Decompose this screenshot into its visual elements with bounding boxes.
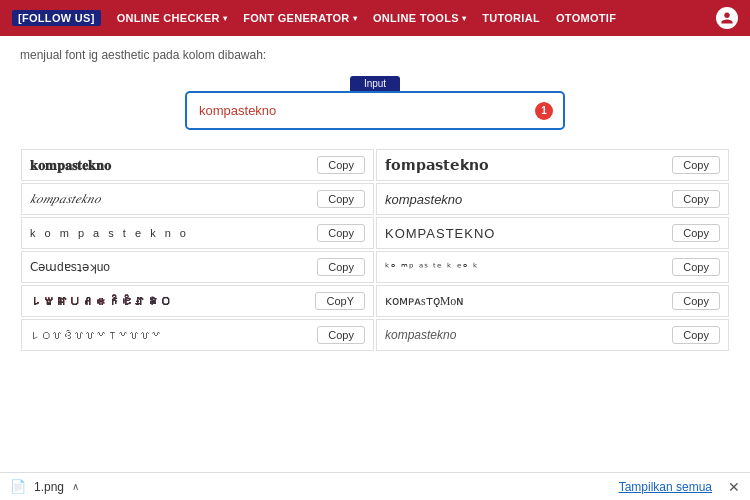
font-row: kompastekno Copy [376, 183, 729, 215]
font-row: 𝗳𝗼𝗺𝗽𝗮𝘀𝘁𝗲𝗸𝗻𝗼 Copy [376, 149, 729, 181]
font-text: 𝗳𝗼𝗺𝗽𝗮𝘀𝘁𝗲𝗸𝗻𝗼 [385, 157, 666, 174]
copy-button[interactable]: Copy [317, 190, 365, 208]
font-text: kompastekno [385, 328, 666, 342]
results-grid: 𝐤𝐨𝐦𝐩𝐚𝐬𝐭𝐞𝐤𝐧𝐨 Copy 𝗳𝗼𝗺𝗽𝗮𝘀𝘁𝗲𝗸𝗻𝗼 Copy 𝑘𝑜𝑚𝑝𝑎𝑠… [20, 148, 730, 352]
font-text: ꒒ꇐꂵ꒤ꋬꃛꋼꍟꀵꁶꄲ [30, 294, 309, 308]
online-checker-menu[interactable]: ONLINE CHECKER ▾ [117, 12, 228, 24]
font-text: kompastekno [385, 192, 666, 207]
otomotif-link[interactable]: OTOMOTIF [556, 12, 616, 24]
font-row: KOMPASTEKNO Copy [376, 217, 729, 249]
font-input[interactable] [199, 103, 527, 118]
font-text: ᴋᴏᴍᴘᴀsᴛǫMoɴ [385, 294, 666, 309]
font-text: ᵏᵒ ᵐᵖ ᵃˢ ᵗᵉ ᵏ ᵉᵒ ᵏ [385, 261, 666, 274]
copy-button[interactable]: Copy [672, 292, 720, 310]
online-tools-chevron-icon: ▾ [462, 14, 466, 23]
online-checker-chevron-icon: ▾ [223, 14, 227, 23]
online-tools-menu[interactable]: ONLINE TOOLS ▾ [373, 12, 466, 24]
font-text: 𝐤𝐨𝐦𝐩𝐚𝐬𝐭𝐞𝐤𝐧𝐨 [30, 157, 311, 174]
font-row: k o m p a s t e k n o Copy [21, 217, 374, 249]
copy-button[interactable]: CopY [315, 292, 365, 310]
copy-button[interactable]: Copy [672, 190, 720, 208]
font-row: ꓚǝɯdɐsʇǝʞuo Copy [21, 251, 374, 283]
copy-button[interactable]: Copy [317, 224, 365, 242]
copy-button[interactable]: Copy [317, 258, 365, 276]
input-badge: 1 [535, 102, 553, 120]
subtitle-text: menjual font ig aesthetic pada kolom dib… [20, 48, 730, 62]
font-generator-chevron-icon: ▾ [353, 14, 357, 23]
font-text: ꒒ꄲ꒦ꃲ꒦꒦꒷꓄꒷꒦꒦꒷ [30, 329, 311, 341]
follow-us-button[interactable]: [FOLLOW US] [12, 10, 101, 26]
font-text: KOMPASTEKNO [385, 226, 666, 241]
input-tab-label: Input [350, 76, 400, 91]
copy-button[interactable]: Copy [672, 258, 720, 276]
copy-button[interactable]: Copy [317, 156, 365, 174]
font-row: ꒒ꄲ꒦ꃲ꒦꒦꒷꓄꒷꒦꒦꒷ Copy [21, 319, 374, 351]
tutorial-link[interactable]: TUTORIAL [482, 12, 540, 24]
font-text: 𝑘𝑜𝑚𝑝𝑎𝑠𝑡𝑒𝑘𝑛𝑜 [30, 191, 311, 207]
font-row: 𝑘𝑜𝑚𝑝𝑎𝑠𝑡𝑒𝑘𝑛𝑜 Copy [21, 183, 374, 215]
font-generator-menu[interactable]: FONT GENERATOR ▾ [243, 12, 357, 24]
font-row: 𝐤𝐨𝐦𝐩𝐚𝐬𝐭𝐞𝐤𝐧𝐨 Copy [21, 149, 374, 181]
font-text: ꓚǝɯdɐsʇǝʞuo [30, 260, 311, 274]
input-wrapper: 1 [185, 91, 565, 130]
font-row: kompastekno Copy [376, 319, 729, 351]
font-row: ᵏᵒ ᵐᵖ ᵃˢ ᵗᵉ ᵏ ᵉᵒ ᵏ Copy [376, 251, 729, 283]
font-row: ᴋᴏᴍᴘᴀsᴛǫMoɴ Copy [376, 285, 729, 317]
font-text: k o m p a s t e k n o [30, 227, 311, 239]
copy-button[interactable]: Copy [317, 326, 365, 344]
navbar: [FOLLOW US] ONLINE CHECKER ▾ FONT GENERA… [0, 0, 750, 36]
input-section: Input 1 [20, 76, 730, 130]
avatar[interactable] [716, 7, 738, 29]
content-area: menjual font ig aesthetic pada kolom dib… [0, 36, 750, 472]
copy-button[interactable]: Copy [672, 156, 720, 174]
copy-button[interactable]: Copy [672, 326, 720, 344]
font-row: ꒒ꇐꂵ꒤ꋬꃛꋼꍟꀵꁶꄲ CopY [21, 285, 374, 317]
copy-button[interactable]: Copy [672, 224, 720, 242]
